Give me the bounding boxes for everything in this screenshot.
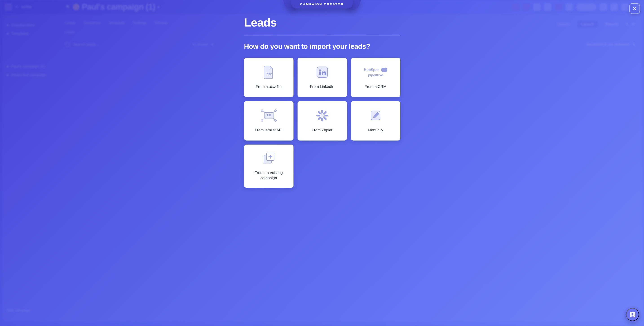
close-button[interactable] <box>629 3 640 14</box>
zapier-icon <box>316 109 329 122</box>
svg-point-11 <box>274 110 276 111</box>
svg-point-13 <box>274 120 276 121</box>
linkedin-icon <box>316 65 328 79</box>
svg-rect-31 <box>632 313 633 316</box>
svg-point-23 <box>321 114 324 117</box>
svg-rect-3 <box>319 72 321 75</box>
svg-point-12 <box>261 120 263 121</box>
hubspot-logo: HubSpot <box>364 68 379 72</box>
svg-point-10 <box>261 110 263 111</box>
svg-text:API: API <box>266 114 271 117</box>
import-options-grid: .CSV From a .csv file From LinkedIn <box>244 58 400 188</box>
modal-subtitle: How do you want to import your leads? <box>244 43 400 51</box>
crm-logos-icon: HubSpot pipedrive <box>364 65 387 79</box>
card-label: From a CRM <box>365 84 386 89</box>
salesforce-logo <box>381 68 387 72</box>
import-option-linkedin[interactable]: From LinkedIn <box>298 58 347 97</box>
import-option-manual[interactable]: Manually <box>351 101 400 140</box>
pipedrive-logo: pipedrive <box>368 73 383 77</box>
import-option-crm[interactable]: HubSpot pipedrive From a CRM <box>351 58 400 97</box>
card-label: From a .csv file <box>256 84 282 89</box>
manual-edit-icon <box>370 109 382 122</box>
import-option-zapier[interactable]: From Zapier <box>298 101 347 140</box>
chat-icon <box>629 311 636 318</box>
import-option-csv[interactable]: .CSV From a .csv file <box>244 58 294 97</box>
card-label: From Zapier <box>312 128 332 133</box>
csv-file-icon: .CSV <box>263 65 274 79</box>
api-icon: API <box>261 109 277 122</box>
ribbon-label: CAMPAIGN CREATOR <box>291 0 353 9</box>
import-option-api[interactable]: API From lemlist API <box>244 101 294 140</box>
card-label: Manually <box>368 128 383 133</box>
svg-point-2 <box>319 69 321 71</box>
existing-campaign-icon <box>262 151 275 165</box>
svg-rect-30 <box>631 313 632 315</box>
card-label: From an existing campaign <box>248 171 290 181</box>
ribbon: CAMPAIGN CREATOR <box>291 0 353 9</box>
import-option-existing-campaign[interactable]: From an existing campaign <box>244 144 294 188</box>
card-label: From LinkedIn <box>310 84 334 89</box>
modal-title: Leads <box>244 16 400 29</box>
svg-text:.CSV: .CSV <box>266 73 272 76</box>
chat-launcher-button[interactable] <box>626 308 639 321</box>
card-label: From lemlist API <box>255 128 283 133</box>
svg-rect-32 <box>634 313 634 315</box>
campaign-creator-modal: Leads How do you want to import your lea… <box>0 0 644 326</box>
divider <box>244 36 400 36</box>
close-icon <box>632 7 636 11</box>
